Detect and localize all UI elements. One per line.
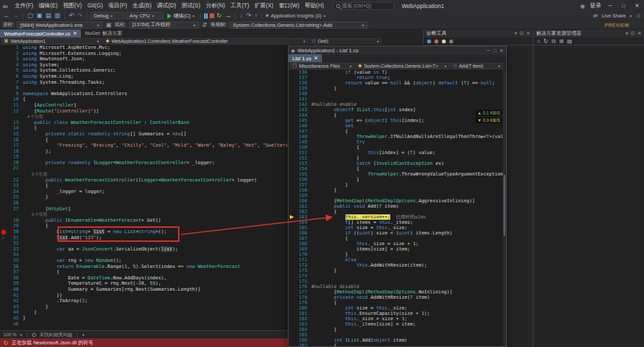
process-frame-icon[interactable]: ▣ [105,21,112,29]
member-dropdown[interactable]: ◇ Get() ▾ [309,38,382,44]
glyph-margin[interactable] [289,182,297,188]
zoom-level[interactable]: 100 % [3,332,17,337]
save-icon[interactable]: ▤ [45,11,52,20]
save-all-icon[interactable]: ▥ [54,11,62,20]
menu-item[interactable]: 编辑(E) [36,2,60,10]
code-line[interactable]: 166 if ((uint) size < (uint) items.Lengt… [289,230,503,236]
glyph-margin[interactable] [289,327,297,332]
glyph-margin[interactable] [289,316,297,322]
menu-item[interactable]: 分析(N) [203,2,228,10]
glyph-margin[interactable] [0,120,8,126]
glyph-margin[interactable] [0,178,8,184]
tab-close-icon[interactable]: ✕ [73,31,77,36]
glyph-margin[interactable] [289,107,297,113]
code-line[interactable]: 141 [289,96,503,102]
project-dropdown[interactable]: ▣ WebApplication1 ▾ [1,38,102,44]
glyph-margin[interactable] [0,143,8,149]
tab-close-icon[interactable]: ✕ [314,56,318,61]
glyph-margin[interactable] [289,268,297,273]
thread-dropdown[interactable]: [13768] 工作线程▾ [129,21,199,29]
window-menu-icon[interactable]: ▾ [515,31,517,36]
glyph-margin[interactable] [0,281,8,287]
menu-item[interactable]: 调试(D) [154,2,179,10]
code-line[interactable]: 159 [289,193,503,198]
scrollbar-thumb[interactable] [503,175,505,236]
code-line[interactable]: 177 [MethodImpl(MethodImplOptions.NoInli… [289,289,503,295]
thread-sync-icon[interactable]: ⇵ [202,21,208,29]
code-line[interactable]: 160 [MethodImpl(MethodImplOptions.Aggres… [289,198,503,204]
glyph-margin[interactable] [289,284,297,289]
code-line[interactable]: 165 int size = this._size; [289,225,503,230]
code-line[interactable]: 175 [289,279,503,284]
glyph-margin[interactable] [289,155,297,161]
code-line[interactable]: 146 set [289,123,503,129]
pin-icon[interactable]: ⊡ [631,31,635,36]
glyph-margin[interactable] [289,188,297,193]
glyph-margin[interactable] [0,114,8,120]
code-line[interactable]: 181 this.EnsureCapacity(size + 1); [289,311,503,316]
glyph-margin[interactable] [0,45,8,51]
glyph-margin[interactable] [289,241,297,247]
code-line[interactable]: 155 ThrowHelper.ThrowWrongValueTypeArgum… [289,171,503,177]
glyph-margin[interactable] [0,247,8,253]
undo-icon[interactable]: ↶ [68,11,75,20]
member-dropdown[interactable]: ◇ Add(T item) ▾ [451,63,503,69]
vertical-scrollbar[interactable] [503,70,506,346]
glyph-margin[interactable] [289,161,297,166]
glyph-margin[interactable] [0,137,8,143]
break-all-icon[interactable] [204,13,208,19]
solution-platform-dropdown[interactable]: Any CPU▾ [126,12,163,19]
menu-item[interactable]: 测试(S) [179,2,203,10]
refresh-icon[interactable]: ↻ [544,38,548,44]
glyph-margin[interactable] [289,134,297,139]
step-over-icon[interactable]: ↷ [246,11,252,20]
glyph-margin[interactable] [0,223,8,229]
glyph-margin[interactable] [0,264,8,270]
code-line[interactable]: 152 } [289,155,503,161]
glyph-margin[interactable] [0,293,8,299]
continue-button[interactable]: 继续(C) ▾ [165,13,196,19]
glyph-margin[interactable] [0,212,8,218]
glyph-margin[interactable] [289,289,297,295]
glyph-margin[interactable] [289,332,297,338]
application-insights-dropdown[interactable]: ♥ Application Insights (0) ▾ [266,13,326,19]
diagnostics-tool-icon[interactable] [442,40,446,44]
document-tab[interactable]: WeatherForecastController.cs✕ [0,29,81,38]
diagnostics-tool-icon[interactable] [449,40,453,44]
code-line[interactable]: 147 { [289,129,503,134]
menu-item[interactable]: Git(G) [84,2,105,10]
close-icon[interactable]: ✕ [526,31,530,36]
glyph-margin[interactable] [0,102,8,109]
glyph-margin[interactable] [0,51,8,57]
glyph-margin[interactable] [289,75,297,80]
code-line[interactable]: 185 [289,332,503,338]
glyph-margin[interactable] [0,252,8,258]
glyph-margin[interactable] [289,230,297,236]
collapse-all-icon[interactable]: ⊟ [552,38,556,44]
code-line[interactable]: 158 } [289,188,503,193]
glyph-margin[interactable] [289,263,297,268]
restart-icon[interactable]: ↻ [216,11,223,20]
code-line[interactable]: 161 public void Add(T item) [289,204,503,209]
glyph-margin[interactable] [289,252,297,257]
code-line[interactable]: 149 try [289,139,503,145]
glyph-margin[interactable] [0,304,8,310]
window-menu-icon[interactable]: ▾ [626,31,629,36]
glyph-margin[interactable] [0,258,8,264]
glyph-margin[interactable] [289,338,297,343]
glyph-margin[interactable] [289,113,297,118]
close-button[interactable]: ✕ [633,3,641,9]
glyph-margin[interactable] [0,322,8,328]
type-dropdown[interactable]: ◆ System.Collections.Generic.List<T> ▾ [355,63,449,69]
code-line[interactable]: 156 } [289,177,503,182]
code-line[interactable]: 154 { [289,166,503,171]
glyph-margin[interactable] [289,80,297,86]
solution-configuration-dropdown[interactable]: Debug▾ [90,12,124,19]
code-line[interactable]: 138 return value == null && (object) def… [289,80,503,86]
glyph-margin[interactable] [0,218,8,224]
glyph-margin[interactable] [0,62,8,68]
code-line[interactable]: 168 this._size = size + 1; [289,241,503,247]
code-line[interactable]: 172 this.AddWithResize(item); [289,263,503,268]
code-line[interactable]: 174 [289,273,503,279]
glyph-margin[interactable] [289,279,297,284]
